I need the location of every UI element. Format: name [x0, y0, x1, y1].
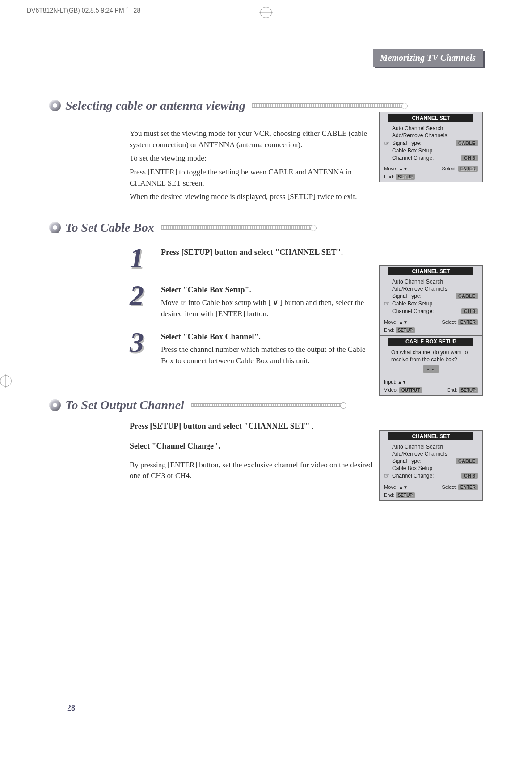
crop-mark-icon: [0, 375, 12, 387]
paragraph: By pressing [ENTER] button, set the excl…: [130, 460, 380, 482]
step-number: 2: [130, 281, 161, 310]
section-heading: Selecting cable or antenna viewing: [49, 98, 483, 113]
rule-decoration: [252, 103, 404, 108]
osd-footer-value: OUTPUT: [399, 387, 422, 393]
osd-footer-value: SETUP: [396, 492, 415, 498]
pointer-icon: ☞: [384, 140, 392, 147]
osd-footer-label: End:: [384, 492, 394, 498]
osd-footer-label: End:: [447, 387, 457, 393]
osd-title: CHANNEL SET: [388, 432, 473, 440]
osd-footer-label: Move:: [384, 319, 397, 325]
section-title: Selecting cable or antenna viewing: [65, 98, 245, 113]
section-title: To Set Cable Box: [65, 220, 154, 235]
osd-footer-label: Select:: [442, 319, 457, 325]
page-content: Memorizing TV Channels Selecting cable o…: [18, 22, 514, 740]
osd-item: Channel Change:: [392, 473, 461, 479]
print-job-header: DV6T812N-LT(GB) 02.8.5 9:24 PM ˘ ` 28: [27, 7, 140, 14]
hand-icon: ☞: [181, 299, 186, 308]
osd-item: Cable Box Setup: [392, 465, 478, 471]
osd-channel-set: CHANNEL SET Auto Channel Search Add/Remo…: [379, 430, 483, 501]
bullet-icon: [49, 222, 61, 233]
osd-item: Add/Remove Channels: [392, 132, 478, 139]
osd-value: CABLE: [456, 140, 478, 146]
section-heading: To Set Cable Box: [49, 220, 483, 235]
step-body: Move ☞ into Cable box setup with [ ∨ ] b…: [161, 297, 380, 319]
osd-item: Channel Change:: [392, 155, 461, 161]
osd-footer-label: Move:: [384, 484, 397, 490]
paragraph-bold: Press [SETUP] button and select "CHANNEL…: [130, 420, 380, 432]
osd-footer-value: SETUP: [396, 174, 415, 180]
osd-item: Add/Remove Channels: [392, 451, 478, 457]
paragraph-bold: Select "Channel Change".: [130, 440, 380, 452]
osd-footer-label: Input:: [384, 379, 397, 385]
page-number: 28: [67, 703, 75, 713]
osd-footer-value: ENTER: [458, 484, 478, 490]
bullet-icon: [49, 399, 61, 411]
updown-icon: ▲▼: [398, 380, 407, 385]
updown-icon: ▲▼: [399, 166, 408, 171]
rule-decoration: [191, 403, 343, 407]
osd-footer-value: ENTER: [458, 319, 478, 325]
osd-value: CH 3: [461, 473, 478, 479]
osd-item: Signal Type:: [392, 140, 456, 146]
osd-item: Signal Type:: [392, 458, 456, 464]
paragraph: When the desired viewing mode is display…: [130, 191, 384, 203]
step-heading: Select "Cable Box Setup".: [161, 284, 380, 296]
step: 3 Select "Cable Box Channel". Press the …: [130, 331, 483, 366]
updown-icon: ▲▼: [399, 485, 408, 490]
osd-title: CHANNEL SET: [388, 267, 473, 275]
paragraph: Press [ENTER] to toggle the setting betw…: [130, 167, 384, 189]
step-heading: Press [SETUP] button and select "CHANNEL…: [161, 246, 380, 258]
step-body: Press the channel number which matches t…: [161, 344, 380, 366]
bullet-icon: [49, 100, 61, 111]
step: 2 Select "Cable Box Setup". Move ☞ into …: [130, 284, 483, 319]
osd-value: CH 3: [461, 155, 478, 161]
osd-footer-label: Select:: [442, 166, 457, 171]
osd-footer-label: Move:: [384, 166, 397, 171]
section-heading: To Set Output Channel: [49, 398, 483, 412]
pointer-icon: ☞: [384, 472, 392, 479]
osd-footer-label: End:: [384, 174, 394, 179]
step-number: 1: [130, 244, 161, 272]
osd-value: CABLE: [456, 458, 478, 464]
paragraph: To set the viewing mode:: [130, 153, 384, 164]
osd-footer-value: SETUP: [459, 387, 478, 393]
osd-item: Cable Box Setup: [392, 148, 478, 154]
chapter-tag: Memorizing TV Channels: [373, 49, 483, 67]
step-number: 3: [130, 328, 161, 357]
crop-mark-icon: [260, 7, 272, 18]
osd-footer-label: Select:: [442, 484, 457, 490]
section-title: To Set Output Channel: [65, 398, 184, 412]
body-text: You must set the viewing mode for your V…: [130, 121, 384, 203]
paragraph: You must set the viewing mode for your V…: [130, 128, 384, 150]
osd-footer-label: Video:: [384, 387, 398, 393]
osd-channel-set: CHANNEL SET Auto Channel Search Add/Remo…: [379, 112, 483, 182]
osd-item: Auto Channel Search: [392, 444, 478, 450]
rule-decoration: [161, 225, 313, 230]
down-caret-icon: ∨: [273, 298, 278, 307]
step-heading: Select "Cable Box Channel".: [161, 331, 380, 343]
updown-icon: ▲▼: [399, 320, 408, 325]
body-text: Press [SETUP] button and select "CHANNEL…: [130, 420, 380, 482]
osd-item: Auto Channel Search: [392, 125, 478, 131]
osd-footer-value: ENTER: [458, 166, 478, 172]
osd-title: CHANNEL SET: [388, 114, 473, 122]
